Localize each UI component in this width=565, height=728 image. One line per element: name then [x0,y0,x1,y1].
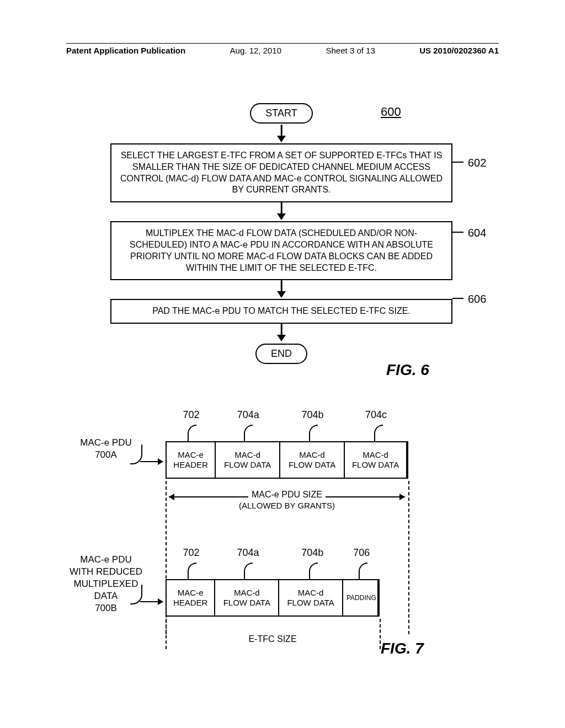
dim-text-etfc: E-TFC SIZE [167,634,379,644]
pdu-700a-l1: MAC-e PDU [80,437,132,448]
step-604-box: MULTIPLEX THE MAC-d FLOW DATA (SCHEDULED… [110,221,452,280]
cell-b-fd2: MAC-d FLOW DATA [279,580,343,615]
ref-606: 606 [468,293,486,306]
lead-706: 706 [345,547,379,559]
cell-b-header-l2: HEADER [170,598,211,608]
ref-line-606 [452,298,463,299]
ref-line-604 [452,232,463,233]
pdu-700a-arrow [140,461,162,462]
dim-text-pdu-size: MAC-e PDU SIZE [248,490,326,500]
fig7: 702 704a 704b 704c MAC-e PDU 700A MAC-e … [66,408,510,689]
fig7-label: FIG. 7 [381,640,424,657]
cell-b-fd2-l2: FLOW DATA [282,598,339,608]
ref-604: 604 [468,227,486,239]
cell-b-fd1: MAC-d FLOW DATA [215,580,279,615]
cell-b-fd1-l1: MAC-d [218,588,275,598]
cell-a-fd3: MAC-d FLOW DATA [345,442,407,478]
cell-a-header: MAC-e HEADER [167,442,216,478]
pdu-700b-l4: DATA [94,591,118,601]
pdu-row-700b: 702 704a 704b 706 MAC-e PDU WITH REDUCED… [166,579,380,617]
end-terminal: END [255,344,307,364]
lead-labels-a: 702 704a 704b 704c [167,409,407,421]
cell-b-padding: PADDING [343,580,379,615]
cell-b-padding-l1: PADDING [347,594,374,602]
lead-704a: 704a [216,409,280,421]
dim-sub-pdu-size: (ALLOWED BY GRANTS) [236,501,338,510]
cell-a-fd3-l1: MAC-d [348,450,403,460]
cell-a-fd1: MAC-d FLOW DATA [216,442,280,478]
pdu-row-700a: 702 704a 704b 704c MAC-e PDU 700A MAC-e … [166,441,408,479]
cell-a-fd3-l2: FLOW DATA [348,460,403,470]
pdu-700b-l3: MULTIPLEXED [74,579,138,589]
pdu-700b-l1: MAC-e PDU [80,554,132,565]
sheet-number: Sheet 3 of 13 [326,46,375,55]
cell-b-fd2-l1: MAC-d [282,588,339,598]
fig6-label: FIG. 6 [386,361,429,379]
cell-a-fd2: MAC-d FLOW DATA [280,442,345,478]
cell-a-fd2-l1: MAC-d [284,450,340,460]
page-header: Patent Application Publication Aug. 12, … [66,43,499,55]
cell-a-header-l1: MAC-e [170,450,211,460]
cell-a-header-l2: HEADER [170,460,211,470]
pdu-700b-arrow [140,601,162,602]
lead-702b: 702 [167,547,216,559]
ref-602: 602 [468,157,486,169]
cell-a-fd2-l2: FLOW DATA [284,460,340,470]
lead-704b: 704b [280,409,345,421]
cell-a-fd1-l1: MAC-d [219,450,276,460]
step-606-box: PAD THE MAC-e PDU TO MATCH THE SELECTED … [110,299,452,324]
lead-702a: 702 [167,409,216,421]
step-602-box: SELECT THE LARGEST E-TFC FROM A SET OF S… [110,143,452,202]
cell-b-header-l1: MAC-e [170,588,211,598]
publication-number: US 2010/0202360 A1 [419,46,499,55]
publication-label: Patent Application Publication [66,46,185,55]
pdu-700b-l2: WITH REDUCED [70,566,142,577]
pdu-700a-l2: 700A [95,449,117,460]
lead-704b-b: 704b [280,547,345,559]
cell-b-header: MAC-e HEADER [167,580,215,615]
flowchart-fig6: START SELECT THE LARGEST E-TFC FROM A SE… [110,102,452,365]
lead-labels-b: 702 704a 704b 706 [167,547,379,559]
pdu-700b-l5: 700B [95,603,117,613]
cell-b-fd1-l2: FLOW DATA [218,598,275,608]
lead-704a-b: 704a [216,547,280,559]
pub-date: Aug. 12, 2010 [230,46,281,55]
cell-a-fd1-l2: FLOW DATA [219,460,276,470]
start-terminal: START [250,103,312,124]
lead-704c: 704c [345,409,407,421]
ref-line-602 [452,162,463,163]
